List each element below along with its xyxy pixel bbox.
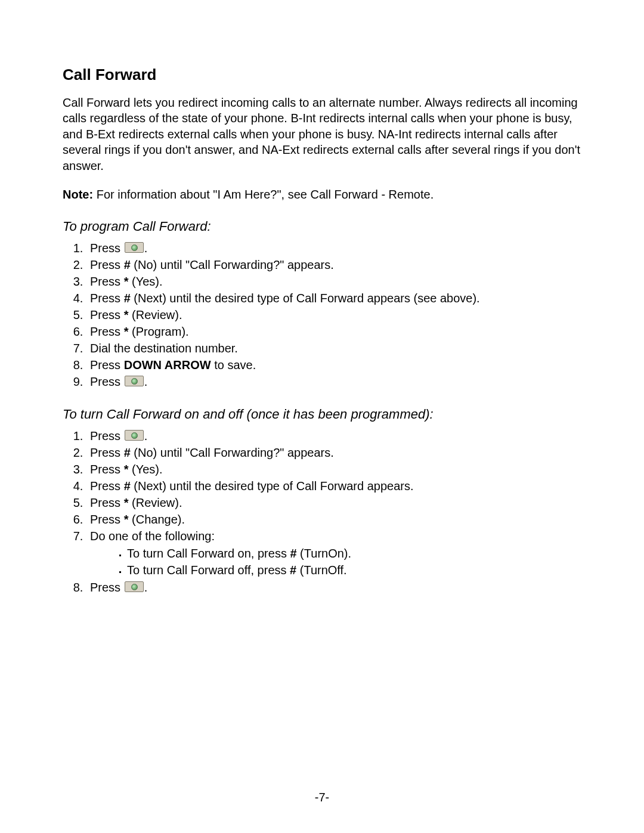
step-text: (TurnOn). (297, 547, 352, 560)
list-item: Press . (86, 374, 581, 390)
step-text: Press (90, 446, 124, 459)
list-item: Press . (86, 580, 581, 596)
step-text: (Next) until the desired type of Call Fo… (131, 292, 480, 305)
list-item: Press * (Yes). (86, 462, 581, 478)
step-text: Do one of the following: (90, 529, 215, 543)
step-text: (Review). (128, 496, 182, 509)
list-item: Press # (No) until "Call Forwarding?" ap… (86, 445, 581, 461)
list-item: Press # (Next) until the desired type of… (86, 478, 581, 494)
key-hash: # (124, 479, 131, 493)
step-text: Press (90, 358, 124, 371)
list-item: Press DOWN ARROW to save. (86, 357, 581, 373)
step-text: (TurnOff. (296, 563, 346, 577)
step-text: (No) until "Call Forwarding?" appears. (131, 258, 334, 271)
list-item: Press * (Program). (86, 324, 581, 340)
list-item: Press # (No) until "Call Forwarding?" ap… (86, 257, 581, 273)
list-item: Press . (86, 240, 581, 256)
step-text: Press (90, 292, 124, 305)
key-hash: # (290, 547, 296, 560)
step-text: Press (90, 429, 124, 442)
step-text: . (144, 375, 148, 388)
list-item: Press . (86, 428, 581, 444)
key-down-arrow: DOWN ARROW (124, 358, 211, 371)
sublist-item: To turn Call Forward off, press # (TurnO… (127, 562, 581, 578)
list-item: Do one of the following: To turn Call Fo… (86, 528, 581, 578)
superkey-icon (125, 430, 144, 441)
step-text: Press (90, 581, 124, 594)
key-hash: # (124, 258, 131, 271)
step-text: (Yes). (128, 275, 162, 288)
step-text: Press (90, 496, 124, 509)
step-text: . (144, 581, 148, 594)
key-hash: # (124, 292, 131, 305)
section-heading: Call Forward (63, 66, 581, 84)
step-text: to save. (211, 358, 256, 371)
step-text: (Yes). (128, 463, 162, 476)
step-text: To turn Call Forward off, press (127, 563, 290, 577)
step-text: (Review). (128, 308, 182, 321)
step-text: Press (90, 479, 124, 493)
step-text: Press (90, 258, 124, 271)
step-text: Press (90, 463, 124, 476)
step-text: (No) until "Call Forwarding?" appears. (131, 446, 334, 459)
step-text: Press (90, 325, 124, 338)
step-text: Press (90, 513, 124, 526)
superkey-icon (125, 242, 144, 253)
step-text: Press (90, 275, 124, 288)
step-text: . (144, 429, 148, 442)
step-text: Press (90, 375, 124, 388)
list-item: Press * (Change). (86, 512, 581, 528)
list-item: Press * (Yes). (86, 274, 581, 290)
list-item: Press * (Review). (86, 307, 581, 323)
sublist: To turn Call Forward on, press # (TurnOn… (90, 546, 581, 578)
list-item: Press # (Next) until the desired type of… (86, 290, 581, 306)
note-label: Note: (63, 188, 93, 201)
subheading-toggle: To turn Call Forward on and off (once it… (63, 407, 581, 422)
steps-toggle: Press . Press # (No) until "Call Forward… (63, 428, 581, 596)
intro-paragraph: Call Forward lets you redirect incoming … (63, 95, 581, 174)
list-item: Press * (Review). (86, 495, 581, 511)
step-text: (Change). (128, 513, 185, 526)
document-page: Call Forward Call Forward lets you redir… (0, 0, 644, 833)
key-hash: # (290, 563, 296, 577)
step-text: (Program). (128, 325, 188, 338)
list-item: Dial the destination number. (86, 340, 581, 357)
superkey-icon (125, 376, 144, 386)
key-hash: # (124, 446, 131, 459)
note-paragraph: Note: For information about "I Am Here?"… (63, 187, 581, 202)
sublist-item: To turn Call Forward on, press # (TurnOn… (127, 546, 581, 562)
superkey-icon (125, 581, 144, 592)
step-text: Press (90, 308, 124, 321)
step-text: To turn Call Forward on, press (127, 547, 290, 560)
note-body: For information about "I Am Here?", see … (93, 188, 434, 201)
step-text: (Next) until the desired type of Call Fo… (131, 479, 414, 493)
page-number: -7- (0, 791, 644, 804)
step-text: Press (90, 241, 124, 255)
subheading-program: To program Call Forward: (63, 219, 581, 234)
steps-program: Press . Press # (No) until "Call Forward… (63, 240, 581, 390)
step-text: . (144, 241, 148, 255)
